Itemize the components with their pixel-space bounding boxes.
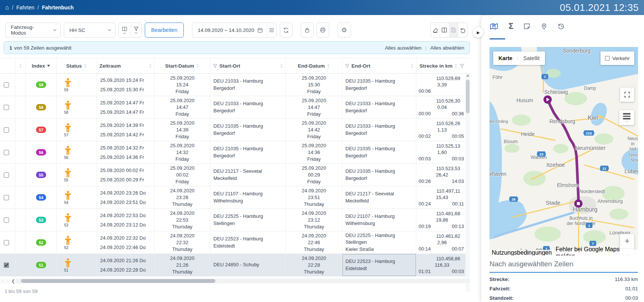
edit-button[interactable]: Bearbeiten — [145, 23, 184, 38]
panel-collapse-button[interactable]: ▶ — [473, 27, 483, 38]
scroll-collapse-icon[interactable]: ❮ — [11, 279, 16, 284]
row-checkbox[interactable] — [4, 150, 9, 155]
row-checkbox[interactable] — [4, 172, 9, 178]
row-checkbox[interactable] — [4, 217, 9, 223]
header-start-datum[interactable]: Start-Datum — [155, 58, 210, 73]
header-status[interactable]: Status — [57, 58, 97, 73]
fullscreen-button[interactable] — [620, 88, 634, 102]
vehicle-mode-select[interactable]: Fahrzeug-Modus — [5, 23, 61, 38]
table-row[interactable]: 57 57 25.09.2020 14:39 Fr 25.09.2020 14:… — [0, 119, 470, 141]
route-map[interactable]: SonderburgFöhrDampSchleswigHusumKielRend… — [489, 47, 638, 255]
tab-map[interactable] — [489, 22, 498, 30]
header-start-ort[interactable]: Start-Ort — [210, 58, 286, 73]
summary-title: Nach ausgewählten Zeilen — [489, 260, 638, 273]
header-end-ort[interactable]: End-Ort — [342, 58, 416, 73]
index-badge: 59 — [36, 82, 46, 88]
header-zeitraum[interactable]: Zeitraum — [97, 58, 155, 73]
reset-layout-button[interactable] — [458, 23, 467, 37]
stop-icon — [577, 202, 580, 205]
column-chooser-button[interactable] — [119, 23, 130, 37]
table-row[interactable]: 59 59 25.09.2020 15:24 Fr 25.09.2020 15:… — [0, 74, 470, 96]
header-index[interactable]: Index — [26, 58, 57, 73]
filter-button[interactable] — [130, 23, 141, 37]
tab-notes[interactable] — [523, 23, 531, 30]
row-checkbox[interactable] — [4, 82, 9, 88]
floppy-save-icon — [450, 27, 456, 33]
scroll-up-arrow[interactable] — [466, 74, 469, 77]
stand-time: 00:36 — [452, 110, 464, 117]
zeitraum-start: 25.09.2020 15:24 Fr — [100, 77, 151, 83]
table-row[interactable]: 55 55 25.09.2020 00:02 Fr 25.09.2020 00:… — [0, 164, 470, 186]
row-checkbox[interactable] — [4, 105, 9, 110]
distance-value: 19,86 — [418, 217, 466, 223]
terms-link[interactable]: Nutzungsbedingungen — [492, 249, 552, 256]
row-checkbox[interactable] — [4, 195, 9, 200]
map-label: Itzehoe — [546, 162, 565, 168]
row-checkbox[interactable] — [4, 263, 9, 268]
tab-history[interactable] — [557, 23, 565, 30]
scroll-right-icon[interactable]: › — [5, 279, 11, 283]
vertical-scroll-thumb[interactable] — [466, 80, 470, 113]
table-row[interactable]: 54 54 24.09.2020 23:26 Do 24.09.2020 23:… — [0, 186, 470, 209]
table-row[interactable]: 56 56 25.09.2020 14:32 Fr 25.09.2020 14:… — [0, 141, 470, 164]
scroll-left-icon[interactable]: ‹ — [0, 279, 5, 283]
header-strecke[interactable]: Strecke in km — [416, 58, 468, 73]
breadcrumb-fahrtenbuch: Fahrtenbuch — [42, 5, 74, 11]
table-row[interactable]: 53 53 24.09.2020 22:53 Do 24.09.2020 23:… — [0, 209, 470, 231]
odometer-value: 110.525,13 — [418, 143, 466, 149]
gear-icon: ⚙ — [341, 26, 347, 34]
date-range-picker[interactable]: 14.09.2020 ~ 14.10.2020 — [192, 27, 267, 33]
map-type-karte[interactable]: Karte — [493, 55, 518, 61]
tab-summary[interactable]: Σ — [508, 22, 513, 31]
map-label: Büsum — [504, 139, 518, 145]
odometer-value: 110.481,68 — [418, 210, 466, 217]
breadcrumb-fahrten[interactable]: Fahrten — [17, 5, 35, 11]
fullscreen-icon — [624, 91, 630, 98]
map-label: Damp — [584, 86, 596, 91]
clear-filters-button[interactable] — [431, 23, 440, 37]
refresh-icon — [283, 27, 289, 33]
map-type-satellit[interactable]: Satellit — [518, 55, 545, 61]
table-row[interactable]: 51 51 24.09.2020 21:26 Do 24.09.2020 22:… — [0, 254, 470, 276]
drive-time: 00:06 — [419, 88, 431, 94]
vertical-scrollbar[interactable] — [465, 74, 470, 291]
vehicle-select[interactable]: HH SC — [64, 23, 116, 38]
person-status-icon — [64, 145, 72, 155]
column-layout-button[interactable] — [440, 23, 449, 37]
settings-button[interactable]: ⚙ — [338, 23, 351, 38]
table-row[interactable]: 58 58 25.09.2020 14:47 Fr 25.09.2020 14:… — [0, 96, 470, 119]
undo-icon — [459, 27, 466, 33]
horizontal-scroll-thumb[interactable] — [21, 279, 215, 283]
map-layers-button[interactable]: ⌄ — [619, 110, 634, 125]
active-tab-indicator — [489, 38, 505, 39]
deselect-all-link[interactable]: Alles abwählen — [430, 45, 464, 51]
header-sort-col[interactable] — [15, 58, 26, 73]
distance-value: 15,43 — [418, 194, 466, 201]
header-checkbox-col — [0, 58, 15, 73]
row-checkbox[interactable] — [4, 127, 9, 133]
tab-locations[interactable] — [540, 23, 548, 30]
lock-button[interactable] — [301, 23, 314, 38]
start-ort-cell: DEU 21033 - Hamburg Bergedorf — [210, 74, 286, 96]
date-presets-button[interactable] — [267, 23, 276, 37]
table-row[interactable]: 52 52 24.09.2020 22:32 Do 24.09.2020 22:… — [0, 231, 470, 254]
sort-icon — [84, 63, 87, 68]
road-badge: 21 — [600, 166, 609, 171]
zeitraum-start: 25.09.2020 00:02 Fr — [100, 168, 151, 173]
route-start-marker[interactable] — [543, 95, 552, 104]
summary-stat-row: Standzeit: 00:03 — [489, 295, 638, 301]
zeitraum-end: 24.09.2020 23:12 Do — [100, 222, 151, 228]
header-end-datum[interactable]: End-Datum — [286, 58, 342, 73]
date-range-control: 14.09.2020 ~ 14.10.2020 — [192, 23, 277, 38]
save-layout-button[interactable] — [449, 23, 458, 37]
horizontal-scrollbar[interactable]: ‹ › ❮ — [0, 278, 470, 284]
report-error-link[interactable]: Fehler bei Google Maps melden — [555, 246, 636, 256]
home-icon[interactable]: ⌂ — [5, 5, 9, 11]
refresh-button[interactable] — [280, 23, 293, 38]
traffic-toggle[interactable]: Verkehr — [600, 51, 634, 65]
row-checkbox[interactable] — [4, 240, 9, 245]
map-label: Timmen Stran — [628, 153, 638, 162]
print-button[interactable] — [317, 23, 329, 38]
select-all-link[interactable]: Alles auswählen — [385, 45, 422, 51]
person-status-icon — [64, 78, 72, 88]
